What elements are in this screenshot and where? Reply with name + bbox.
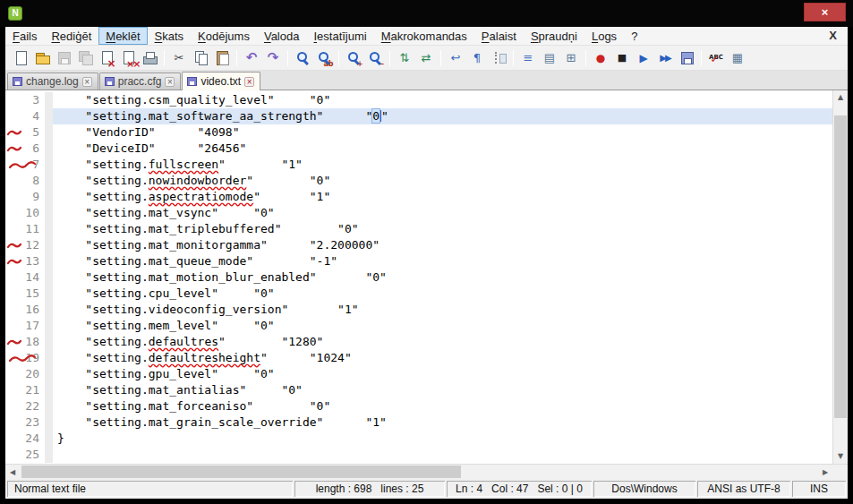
menu-item-10[interactable]: Logs [584,27,624,45]
menu-item-4[interactable]: Kodējums [191,27,257,45]
undo-button[interactable]: ↶ [241,47,262,69]
editor-line-7[interactable]: 7 "setting.fullscreen" "1" [5,157,832,173]
sync-horizontal-button[interactable]: ⇄ [415,47,437,69]
find-button[interactable] [292,47,313,69]
tab-close-button[interactable]: × [165,77,175,87]
line-text: } [53,431,832,447]
zoom-out-button[interactable]: − [364,47,386,69]
document-switcher-button[interactable]: ⊞ [560,47,582,69]
indent-guide-button[interactable] [488,47,509,69]
tab-label: pracc.cfg [118,75,162,88]
notepadpp-app-icon[interactable]: N [8,6,22,21]
menu-item-5[interactable]: Valoda [257,27,307,45]
line-text: "setting.videoconfig_version" "1" [53,302,832,318]
bookmark-margin [45,366,53,382]
zoom-in-button[interactable]: + [343,47,364,69]
tab-change.log[interactable]: change.log× [7,73,98,90]
menu-item-8[interactable]: Palaist [474,27,524,45]
replace-button[interactable]: ab [313,47,335,69]
paste-button[interactable] [211,47,233,69]
spell-check-button[interactable]: ABC [705,47,727,69]
new-file-button[interactable] [10,47,31,69]
function-list-button[interactable]: ≡ [517,47,539,69]
vertical-scroll-thumb[interactable] [834,115,847,419]
editor-line-4[interactable]: 4 "setting.mat_software_aa_strength" "0" [5,108,832,124]
sync-vertical-icon: ⇅ [397,50,413,65]
menu-item-9[interactable]: Spraudņi [524,27,584,45]
redo-button[interactable]: ↷ [262,47,284,69]
plugin-panel-button[interactable]: ▦ [727,47,748,69]
close-all-button[interactable] [117,47,139,69]
horizontal-scroll-thumb[interactable] [21,466,461,478]
save-macro-button[interactable] [676,47,697,69]
editor-line-19[interactable]: 19 "setting.defaultresheight" "1024" [5,350,832,366]
save-all-button[interactable] [74,47,96,69]
open-file-button[interactable] [31,47,53,69]
cut-button[interactable]: ✂ [168,47,190,69]
scroll-right-button[interactable]: ▶ [818,465,832,479]
tab-video.txt[interactable]: video.txt× [182,72,260,90]
line-number: 8 [32,174,45,187]
sync-vertical-button[interactable]: ⇅ [394,47,415,69]
editor-line-5[interactable]: 5 "VendorID" "4098" [5,124,832,141]
menu-item-3[interactable]: Skats [148,27,192,45]
editor-line-8[interactable]: 8 "setting.nowindowborder" "0" [5,173,832,189]
editor-line-23[interactable]: 23 "setting.mat_grain_scale_override" "1… [5,414,832,431]
editor-line-9[interactable]: 9 "setting.aspectratiomode" "1" [5,189,832,205]
close-file-button[interactable] [96,47,117,69]
tab-close-button[interactable]: × [244,77,254,87]
editor-line-6[interactable]: 6 "DeviceID" "26456" [5,141,832,157]
editor-line-3[interactable]: 3 "setting.csm_quality_level" "0" [5,92,832,108]
red-pen-mark-icon [7,338,21,346]
line-number-margin: 16 [5,302,45,318]
editor-line-18[interactable]: 18 "setting.defaultres" "1280" [5,334,832,350]
document-close-x[interactable]: X [818,27,848,45]
word-wrap-icon: ↩ [448,50,464,65]
menu-item-2[interactable]: Meklēt [98,27,147,45]
editor-line-24[interactable]: 24} [5,431,832,447]
play-macro-button[interactable]: ▶ [633,47,654,69]
vertical-scrollbar[interactable]: ▲ ▼ [832,90,848,464]
scroll-up-button[interactable]: ▲ [833,90,848,105]
menu-items: FailsRediģētMeklētSkatsKodējumsValodaIes… [5,27,644,45]
line-number: 10 [25,206,45,219]
editor-line-22[interactable]: 22 "setting.mat_forceaniso" "0" [5,398,832,414]
editor-line-16[interactable]: 16 "setting.videoconfig_version" "1" [5,302,832,318]
line-number: 23 [25,415,45,429]
menu-item-1[interactable]: Rediģēt [44,27,98,45]
window-close-button[interactable]: × [804,3,846,21]
stop-macro-button[interactable]: ■ [611,47,633,69]
menu-item-0[interactable]: Fails [5,27,44,45]
horizontal-scroll-track[interactable] [20,465,818,479]
word-wrap-button[interactable]: ↩ [445,47,466,69]
editor-line-10[interactable]: 10 "setting.mat_vsync" "0" [5,205,832,221]
menu-item-7[interactable]: Makrokomandas [374,27,474,45]
editor-line-11[interactable]: 11 "setting.mat_triplebuffered" "0" [5,221,832,237]
editor-line-21[interactable]: 21 "setting.mat_antialias" "0" [5,382,832,398]
run-macro-multiple-button[interactable]: ▶▶ [654,47,676,69]
line-number: 16 [25,303,45,316]
editor-line-17[interactable]: 17 "setting.mem_level" "0" [5,318,832,334]
save-file-button[interactable] [53,47,74,69]
menu-item-11[interactable]: ? [624,27,644,45]
horizontal-scrollbar[interactable]: ◀ ▶ [5,464,848,479]
editor-line-13[interactable]: 13 "setting.mat_queue_mode" "-1" [5,253,832,269]
record-macro-button[interactable]: ● [590,47,611,69]
tab-label: video.txt [200,75,241,88]
tab-close-button[interactable]: × [82,77,92,87]
tab-pracc.cfg[interactable]: pracc.cfg× [99,73,182,90]
editor-line-14[interactable]: 14 "setting.mat_motion_blur_enabled" "0" [5,269,832,286]
show-all-characters-button[interactable]: ¶ [466,47,488,69]
copy-button[interactable] [190,47,211,69]
vertical-scroll-track[interactable] [833,105,848,449]
editor-line-20[interactable]: 20 "setting.gpu_level" "0" [5,366,832,382]
menu-item-6[interactable]: Iestatījumi [306,27,373,45]
document-map-button[interactable]: ▤ [539,47,560,69]
editor-line-15[interactable]: 15 "setting.cpu_level" "0" [5,286,832,302]
scroll-down-button[interactable]: ▼ [833,449,848,464]
print-button[interactable] [139,47,160,69]
editor-line-25[interactable]: 25 [5,447,832,463]
scroll-left-button[interactable]: ◀ [5,465,20,479]
text-area[interactable]: 3 "setting.csm_quality_level" "0"4 "sett… [5,90,832,464]
editor-line-12[interactable]: 12 "setting.mat_monitorgamma" "2.200000" [5,237,832,253]
